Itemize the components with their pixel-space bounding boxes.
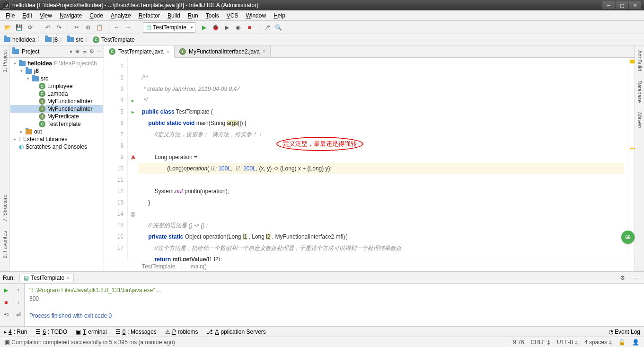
menu-code[interactable]: Code bbox=[86, 11, 107, 20]
sidebar-dropdown-icon[interactable]: ▾ bbox=[70, 48, 72, 55]
run-label: Run: bbox=[3, 275, 15, 281]
run-button[interactable]: ▶ bbox=[199, 23, 209, 32]
strip-project[interactable]: 1: Project bbox=[2, 50, 8, 72]
menu-vcs[interactable]: VCS bbox=[223, 11, 242, 20]
tree-item[interactable]: ▸out bbox=[10, 128, 103, 135]
breadcrumb-item[interactable]: j8 bbox=[44, 36, 59, 43]
menu-refactor[interactable]: Refactor bbox=[135, 11, 164, 20]
tree-item[interactable]: IMyPredicate bbox=[10, 113, 103, 120]
coverage-button[interactable]: ▶ bbox=[222, 23, 231, 32]
close-icon[interactable]: × bbox=[66, 275, 70, 281]
stop-run-button[interactable]: ■ bbox=[1, 298, 11, 307]
sidebar-settings-icon[interactable]: ⚙ bbox=[89, 48, 94, 54]
stop-button[interactable]: ■ bbox=[245, 23, 254, 32]
editor-tab[interactable]: IMyFunctionalInterface2.java× bbox=[175, 45, 271, 57]
bottom-tab[interactable]: ☰ 6: TODO bbox=[35, 329, 67, 335]
tree-item[interactable]: CEmployee bbox=[10, 82, 103, 90]
back-button[interactable]: ← bbox=[112, 23, 122, 32]
run-settings-icon[interactable]: ⚙ bbox=[618, 273, 627, 283]
status-icon[interactable]: ▣ bbox=[5, 339, 10, 346]
run-tab[interactable]: ▤ TestTemplate × bbox=[19, 274, 74, 282]
strip-maven[interactable]: Maven bbox=[637, 112, 643, 128]
menu-window[interactable]: Window bbox=[242, 11, 270, 20]
profile-button[interactable]: ◉ bbox=[233, 23, 243, 32]
editor-tab[interactable]: CTestTemplate.java× bbox=[104, 46, 175, 58]
code-area[interactable]: /** * create by JahnHoo: 2019-04-09 8:47… bbox=[138, 58, 628, 261]
status-encoding[interactable]: UTF-8 ‡ bbox=[557, 339, 578, 346]
breadcrumb-item[interactable]: src bbox=[66, 36, 84, 43]
folder-icon bbox=[12, 49, 19, 54]
menu-edit[interactable]: Edit bbox=[18, 11, 36, 20]
status-eol[interactable]: CRLF ‡ bbox=[531, 339, 550, 346]
tree-item[interactable]: ▾j8 bbox=[10, 67, 103, 75]
tree-item[interactable]: CLambda bbox=[10, 90, 103, 98]
tree-item[interactable]: ◐Scratches and Consoles bbox=[10, 143, 103, 151]
sidebar-collapse-icon[interactable]: ⊕ bbox=[75, 48, 79, 54]
minimize-button[interactable]: ─ bbox=[602, 1, 615, 9]
strip-database[interactable]: Database bbox=[637, 80, 643, 103]
vcs-button[interactable]: ⎇ bbox=[262, 23, 272, 32]
cut-button[interactable]: ✂ bbox=[72, 23, 81, 32]
up-button[interactable]: ↑ bbox=[14, 285, 23, 295]
close-icon[interactable]: × bbox=[263, 49, 265, 54]
debug-button[interactable]: 🐞 bbox=[211, 23, 220, 32]
status-position[interactable]: 9:76 bbox=[513, 339, 524, 346]
paste-button[interactable]: 📋 bbox=[95, 23, 104, 32]
console-output[interactable]: "F:\Program Files\Java\jdk1.8.0_131\bin\… bbox=[25, 284, 644, 326]
menu-help[interactable]: Help bbox=[270, 11, 289, 20]
notification-badge[interactable]: 66 bbox=[621, 231, 635, 244]
bottom-tab[interactable]: ☲ 0: Messages bbox=[115, 329, 157, 335]
menu-tools[interactable]: Tools bbox=[202, 11, 223, 20]
menu-build[interactable]: Build bbox=[164, 11, 184, 20]
lock-icon[interactable]: 🔓 bbox=[618, 339, 626, 346]
close-icon[interactable]: × bbox=[167, 49, 169, 54]
tree-item[interactable]: IMyFunctionalInter bbox=[10, 98, 103, 105]
editor-crumb[interactable]: TestTemplate bbox=[142, 263, 176, 270]
menu-navigate[interactable]: Navigate bbox=[56, 11, 86, 20]
code-editor[interactable]: 1234567891011121314151617 ▸▸⮝@ /** * cre… bbox=[104, 58, 635, 261]
sidebar-select-icon[interactable]: ⊟ bbox=[82, 48, 87, 54]
bottom-tab[interactable]: ▸ 4: Run bbox=[4, 329, 27, 335]
status-bar: ▣ Compilation completed successfully in … bbox=[0, 337, 644, 347]
toolbar: 📂 💾 ⟳ ↶ ↷ ✂ ⧉ 📋 ← → ▤ TestTemplate ▶ 🐞 ▶… bbox=[0, 21, 644, 34]
tree-item[interactable]: ▾helloIdea F:\IdeaProjects\h bbox=[10, 60, 103, 67]
refresh-button[interactable]: ⟳ bbox=[26, 23, 35, 32]
restart-button[interactable]: ⟲ bbox=[1, 310, 11, 320]
bottom-tab[interactable]: ⎇ Application Servers bbox=[206, 329, 265, 335]
menu-run[interactable]: Run bbox=[184, 11, 202, 20]
tree-item[interactable]: ▾src bbox=[10, 75, 103, 82]
tree-item[interactable]: ▸⫴External Libraries bbox=[10, 135, 103, 143]
event-log[interactable]: ◔ Event Log bbox=[609, 329, 640, 335]
redo-button[interactable]: ↷ bbox=[54, 23, 64, 32]
wrap-button[interactable]: ⏎ bbox=[14, 310, 23, 320]
inspector-icon[interactable]: 👤 bbox=[632, 339, 639, 346]
copy-button[interactable]: ⧉ bbox=[83, 23, 93, 32]
undo-button[interactable]: ↶ bbox=[43, 23, 53, 32]
strip-structure[interactable]: 7: Structure bbox=[2, 195, 8, 222]
bottom-tab[interactable]: ⚠ Problems bbox=[165, 329, 198, 335]
down-button[interactable]: ↓ bbox=[14, 298, 23, 307]
menu-file[interactable]: File bbox=[2, 11, 18, 20]
strip-ant[interactable]: Ant Build bbox=[637, 50, 643, 71]
save-button[interactable]: 💾 bbox=[14, 23, 24, 32]
tree-item[interactable]: CTestTemplate bbox=[10, 120, 103, 128]
forward-button[interactable]: → bbox=[124, 23, 133, 32]
menu-analyze[interactable]: Analyze bbox=[107, 11, 135, 20]
search-button[interactable]: 🔍 bbox=[273, 23, 283, 32]
editor-crumb[interactable]: main() bbox=[191, 263, 207, 270]
status-indent[interactable]: 4 spaces ‡ bbox=[584, 339, 612, 346]
window-title: helloIdea [F:\IdeaProjects\helloIdea] - … bbox=[12, 2, 602, 9]
strip-favorites[interactable]: 2: Favorites bbox=[2, 231, 8, 258]
maximize-button[interactable]: ▢ bbox=[616, 1, 628, 9]
open-button[interactable]: 📂 bbox=[3, 23, 12, 32]
run-config-combo[interactable]: ▤ TestTemplate bbox=[143, 22, 195, 33]
run-hide-icon[interactable]: ─ bbox=[632, 273, 641, 283]
breadcrumb-item[interactable]: CTestTemplate bbox=[92, 36, 136, 43]
tree-item[interactable]: IMyFunctionalInter bbox=[10, 105, 103, 113]
breadcrumb-item[interactable]: helloIdea bbox=[3, 36, 36, 43]
rerun-button[interactable]: ▶ bbox=[1, 285, 11, 295]
bottom-tab[interactable]: ▣ Terminal bbox=[76, 329, 107, 335]
close-button[interactable]: ✕ bbox=[629, 1, 641, 9]
menu-view[interactable]: View bbox=[36, 11, 56, 20]
sidebar-hide-icon[interactable]: ─ bbox=[97, 49, 101, 54]
